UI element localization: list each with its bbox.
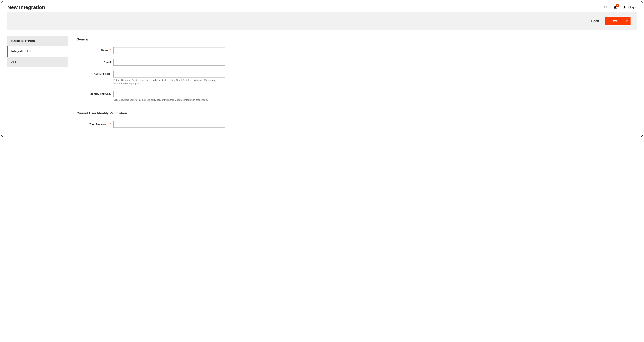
sidebar: BASIC SETTINGS Integration Info API	[7, 36, 68, 67]
app-frame: New Integration 7 tilling ← Back Sav	[1, 1, 643, 137]
required-marker: *	[110, 49, 111, 52]
password-input[interactable]	[114, 121, 225, 128]
user-name: tilling	[628, 6, 634, 9]
triangle-down-icon	[626, 21, 628, 22]
field-row-email: Email	[76, 59, 637, 66]
sidebar-item-api[interactable]: API	[7, 57, 68, 67]
page-title: New Integration	[7, 5, 45, 10]
save-button[interactable]: Save	[605, 17, 622, 25]
content-area: BASIC SETTINGS Integration Info API Gene…	[1, 30, 643, 133]
back-label: Back	[591, 19, 599, 23]
required-marker: *	[110, 123, 111, 126]
field-row-callback-url: Callback URL Enter URL where Oauth crede…	[76, 71, 637, 85]
email-input[interactable]	[114, 59, 225, 66]
field-label: Your Password *	[76, 121, 114, 126]
search-icon[interactable]	[604, 6, 608, 9]
field-row-identity-link-url: Identity link URL URL to redirect user t…	[76, 91, 637, 102]
sidebar-item-label: Integration Info	[11, 50, 32, 53]
arrow-left-icon: ←	[586, 19, 590, 23]
sidebar-item-label: API	[11, 60, 16, 63]
name-input[interactable]	[114, 47, 225, 54]
sidebar-item-integration-info[interactable]: Integration Info	[7, 46, 68, 57]
field-row-password: Your Password *	[76, 121, 637, 128]
user-icon	[622, 6, 626, 9]
main-panel: General Name * Email	[76, 36, 637, 133]
field-label: Callback URL	[76, 71, 114, 76]
section-title-general: General	[76, 38, 637, 43]
save-dropdown-button[interactable]	[622, 17, 630, 25]
user-menu[interactable]: tilling	[622, 6, 637, 9]
caret-down-icon	[635, 7, 637, 8]
back-button[interactable]: ← Back	[586, 19, 599, 23]
field-label: Name *	[76, 47, 114, 52]
top-actions: 7 tilling	[604, 6, 637, 9]
action-bar: ← Back Save	[7, 12, 637, 30]
notification-badge: 7	[616, 4, 619, 7]
callback-url-input[interactable]	[114, 71, 225, 78]
identity-link-url-input[interactable]	[114, 91, 225, 97]
field-help: Enter URL where Oauth credentials can be…	[114, 79, 225, 85]
field-help: URL to redirect user to link their 3rd p…	[114, 98, 225, 102]
field-label: Identity link URL	[76, 91, 114, 95]
section-title-verification: Current User Identity Verification	[76, 112, 637, 117]
topbar: New Integration 7 tilling	[1, 1, 643, 12]
field-row-name: Name *	[76, 47, 637, 54]
notifications-icon[interactable]: 7	[613, 6, 617, 9]
save-button-group: Save	[605, 17, 630, 25]
sidebar-header: BASIC SETTINGS	[7, 36, 68, 46]
field-label: Email	[76, 59, 114, 64]
